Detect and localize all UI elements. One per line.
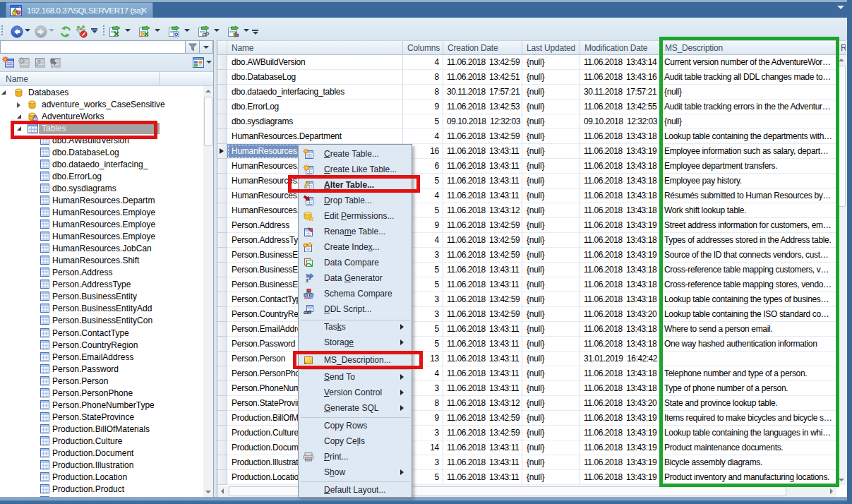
svg-text:ddl: ddl xyxy=(304,310,311,315)
svg-text:3: 3 xyxy=(306,278,308,283)
